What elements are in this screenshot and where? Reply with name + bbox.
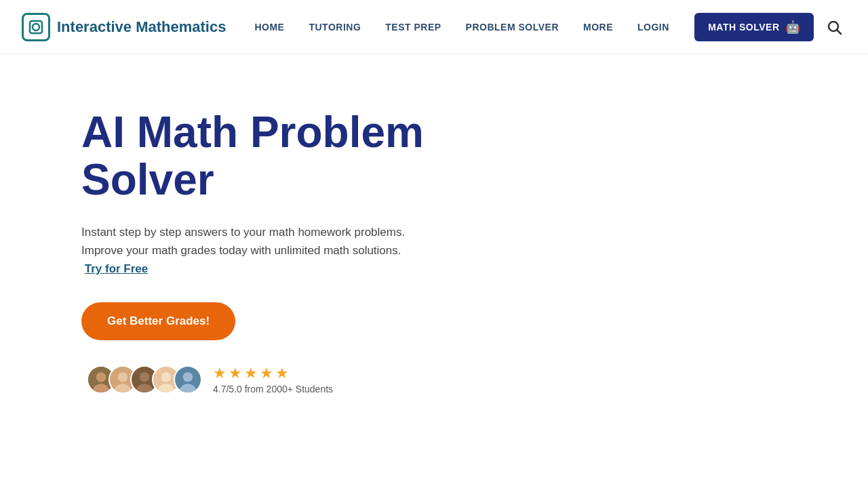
star-3: ★ <box>244 365 258 382</box>
math-solver-label: MATH SOLVER <box>708 22 779 33</box>
rating-info: ★ ★ ★ ★ ★ 4.7/5.0 from 2000+ Students <box>213 365 333 394</box>
nav-login[interactable]: LOGIN <box>628 16 679 38</box>
svg-point-14 <box>161 372 171 382</box>
svg-line-3 <box>837 30 842 34</box>
nav-links: HOME TUTORING TEST PREP PROBLEM SOLVER M… <box>245 16 694 38</box>
search-button[interactable] <box>822 15 846 39</box>
star-1: ★ <box>213 365 226 382</box>
svg-point-17 <box>183 372 193 382</box>
svg-point-5 <box>96 372 106 382</box>
svg-point-1 <box>33 24 39 30</box>
try-free-link[interactable]: Try for Free <box>85 262 149 275</box>
nav-more[interactable]: MORE <box>574 16 623 38</box>
logo-icon <box>22 13 50 41</box>
nav-problem-solver[interactable]: PROBLEM SOLVER <box>456 16 568 38</box>
hero-description: Instant step by step answers to your mat… <box>81 223 407 279</box>
star-4: ★ <box>260 365 273 382</box>
logo-link[interactable]: Interactive Mathematics <box>22 13 226 41</box>
svg-rect-0 <box>30 21 42 33</box>
nav-home[interactable]: HOME <box>245 16 294 38</box>
svg-point-11 <box>140 372 149 382</box>
main-nav: Interactive Mathematics HOME TUTORING TE… <box>0 0 868 54</box>
star-rating: ★ ★ ★ ★ ★ <box>213 365 333 382</box>
hero-title: AI Math Problem Solver <box>81 108 448 204</box>
rating-text: 4.7/5.0 from 2000+ Students <box>213 384 333 394</box>
star-2: ★ <box>229 365 242 382</box>
logo-text: Interactive Mathematics <box>57 18 226 36</box>
nav-right: MATH SOLVER 🤖 <box>694 13 846 41</box>
nav-tutoring[interactable]: TUTORING <box>299 16 370 38</box>
rating-row: ★ ★ ★ ★ ★ 4.7/5.0 from 2000+ Students <box>87 365 787 394</box>
student-avatars <box>87 365 202 394</box>
cta-button[interactable]: Get Better Grades! <box>81 302 235 340</box>
nav-test-prep[interactable]: TEST PREP <box>376 16 450 38</box>
robot-icon: 🤖 <box>785 20 801 35</box>
hero-section: AI Math Problem Solver Instant step by s… <box>0 54 868 435</box>
math-solver-button[interactable]: MATH SOLVER 🤖 <box>694 13 814 41</box>
star-5: ★ <box>275 365 289 382</box>
svg-point-8 <box>118 372 127 382</box>
avatar-5 <box>174 365 202 394</box>
search-icon <box>826 19 842 35</box>
